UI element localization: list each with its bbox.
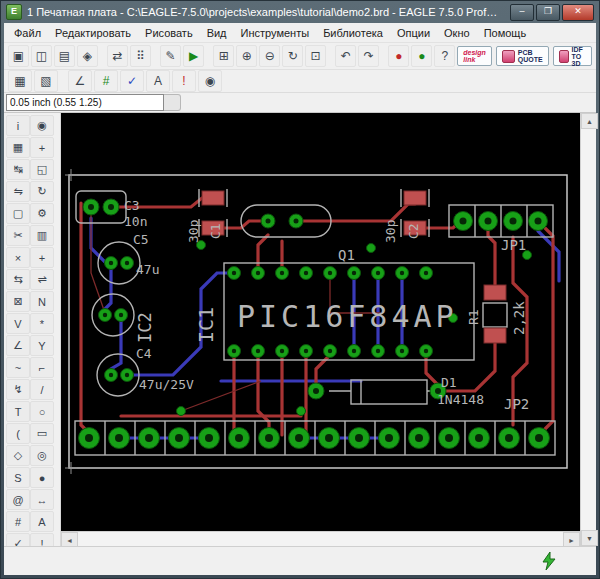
change-tool[interactable]: ⚙ [30,203,54,224]
smash-tool[interactable]: * [30,313,54,334]
cam-processor-button[interactable]: ◈ [77,45,98,67]
label-c4-value: 47u/25V [139,377,194,392]
switch-schematic-button[interactable]: ⇄ [107,45,128,67]
label-c2-value: 30p [383,219,398,243]
coordinate-display[interactable]: 0.05 inch (0.55 1.25) [6,94,164,111]
rotate-tool[interactable]: ↻ [30,181,54,202]
status-lightning-icon[interactable] [542,552,556,571]
dimension-tool[interactable]: ↔ [30,489,54,510]
rect-tool[interactable]: ▭ [30,423,54,444]
ratsnest-button[interactable]: # [94,70,118,92]
label-c5-value: 47u [136,262,159,277]
move-tool[interactable]: ↹ [6,159,30,180]
menu-help[interactable]: Помощь [478,25,533,41]
label-jp1: JP1 [501,237,526,253]
titlebar[interactable]: E 1 Печатная плата - C:\EAGLE-7.5.0\proj… [1,1,599,23]
zoom-redraw-button[interactable]: ↻ [282,45,303,67]
polygon-tool[interactable]: ◇ [6,445,30,466]
zoom-out-button[interactable]: ⊖ [259,45,280,67]
value-tool[interactable]: V [6,313,30,334]
help-button[interactable]: ? [434,45,455,67]
hole-tool[interactable]: ● [30,467,54,488]
layer-settings-button[interactable]: ▧ [34,70,58,92]
run-ulp-button[interactable]: ▶ [183,45,204,67]
lock-tool[interactable]: ⊠ [6,291,30,312]
copy-tool[interactable]: ◱ [30,159,54,180]
wire-tool[interactable]: / [30,379,54,400]
menu-library[interactable]: Библиотека [317,25,389,41]
label-d1: D1 [441,375,457,390]
delete-tool[interactable]: × [6,247,30,268]
menu-draw[interactable]: Рисовать [139,25,199,41]
group-tool[interactable]: ▢ [6,203,30,224]
grid-button[interactable]: ▦ [8,70,32,92]
miter-tool[interactable]: ∠ [6,335,30,356]
menu-tools[interactable]: Инструменты [235,25,316,41]
app-icon: E [6,4,22,20]
menu-edit[interactable]: Редактировать [49,25,137,41]
maximize-button[interactable]: ❐ [536,4,560,21]
coordinate-tab[interactable] [164,94,181,111]
arc-tool[interactable]: ( [6,423,30,444]
zoom-in-button[interactable]: ⊕ [236,45,257,67]
menu-window[interactable]: Окно [438,25,476,41]
pcb-quote-button[interactable]: PCBQUOTE [496,46,549,66]
zoom-fit-button[interactable]: ⊞ [213,45,234,67]
info-tool[interactable]: i [6,115,30,136]
go-button[interactable]: ● [411,45,432,67]
vertical-scrollbar[interactable]: ▲ ▼ [580,113,596,546]
mirror-tool[interactable]: ⇋ [6,181,30,202]
open-button[interactable]: ▣ [8,45,29,67]
display-button[interactable]: ◉ [198,70,222,92]
stop-button[interactable]: ● [388,45,409,67]
ripup-tool[interactable]: ↯ [6,379,30,400]
text-tool[interactable]: T [6,401,30,422]
label-c5: C5 [133,232,149,247]
redo-button[interactable]: ↷ [358,45,379,67]
scroll-down-icon[interactable]: ▼ [581,530,598,546]
menu-file[interactable]: Файл [8,25,47,41]
minimize-button[interactable]: – [510,4,534,21]
errors-button[interactable]: ! [172,70,196,92]
circle-tool[interactable]: ○ [30,401,54,422]
print-button[interactable]: ▤ [54,45,75,67]
use-library-button[interactable]: ⠿ [130,45,151,67]
status-bar [4,546,596,575]
split-tool[interactable]: Y [30,335,54,356]
undo-button[interactable]: ↶ [335,45,356,67]
show-tool[interactable]: ◉ [30,115,54,136]
display-tool[interactable]: ▦ [6,137,30,158]
board-canvas[interactable]: C3 10n 30p C1 Q1 30p C2 JP1 C5 47u IC2 I… [61,113,580,531]
menu-options[interactable]: Опции [391,25,436,41]
angle-button[interactable]: ∠ [68,70,92,92]
cut-tool[interactable]: ✂ [6,225,30,246]
label-c3: C3 [124,198,140,213]
horizontal-scrollbar[interactable]: ◄ ► [61,531,580,546]
idf-to-3d-button[interactable]: IDFTO 3D [553,46,592,66]
drc-button[interactable]: ✓ [120,70,144,92]
ratsnest-tool[interactable]: # [6,511,30,532]
design-link-button[interactable]: designlink [457,46,492,66]
replace-tool[interactable]: ⇌ [30,269,54,290]
via-tool[interactable]: ◎ [30,445,54,466]
scroll-up-icon[interactable]: ▲ [581,113,598,129]
mark-tool[interactable]: + [30,137,54,158]
attribute-tool[interactable]: @ [6,489,30,510]
close-button[interactable]: ✕ [562,4,594,21]
add-tool[interactable]: + [30,247,54,268]
idf-to-3d-icon [559,50,569,63]
autoroute-tool[interactable]: A [30,511,54,532]
name-tool[interactable]: N [30,291,54,312]
script-button[interactable]: ✎ [160,45,181,67]
paste-tool[interactable]: ▥ [30,225,54,246]
menu-view[interactable]: Вид [201,25,233,41]
zoom-select-button[interactable]: ⊡ [305,45,326,67]
route-tool[interactable]: ⌐ [30,357,54,378]
optimize-tool[interactable]: ~ [6,357,30,378]
save-button[interactable]: ◫ [31,45,52,67]
pinswap-tool[interactable]: ⇆ [6,269,30,290]
autorouter-button[interactable]: A [146,70,170,92]
signal-tool[interactable]: S [6,467,30,488]
horizontal-scroll-track[interactable] [78,532,563,546]
vertical-scroll-track[interactable] [581,129,596,530]
